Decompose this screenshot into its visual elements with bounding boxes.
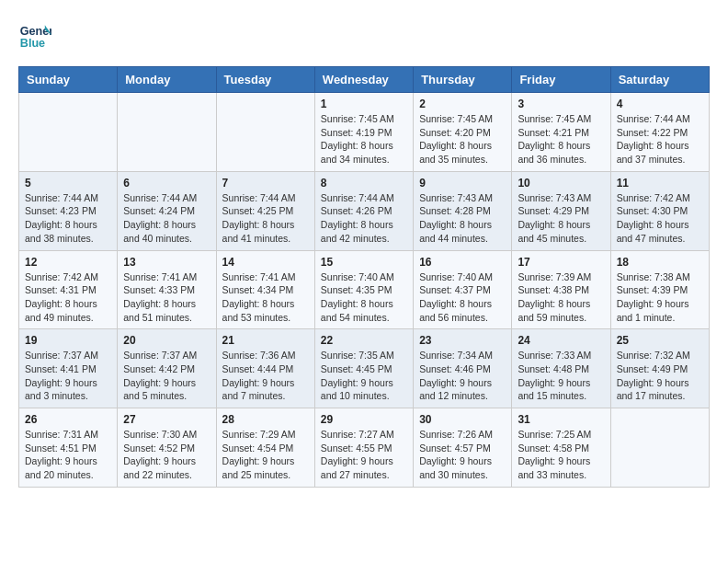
week-row-2: 5Sunrise: 7:44 AM Sunset: 4:23 PM Daylig… bbox=[19, 171, 710, 250]
day-number: 4 bbox=[617, 98, 703, 110]
calendar-cell: 25Sunrise: 7:32 AM Sunset: 4:49 PM Dayli… bbox=[610, 329, 709, 408]
day-number: 20 bbox=[123, 334, 210, 347]
day-info: Sunrise: 7:42 AM Sunset: 4:30 PM Dayligh… bbox=[617, 191, 703, 246]
calendar-cell: 11Sunrise: 7:42 AM Sunset: 4:30 PM Dayli… bbox=[610, 171, 709, 250]
day-info: Sunrise: 7:43 AM Sunset: 4:28 PM Dayligh… bbox=[419, 191, 506, 246]
day-number: 18 bbox=[617, 256, 703, 269]
calendar-cell: 30Sunrise: 7:26 AM Sunset: 4:57 PM Dayli… bbox=[414, 408, 512, 488]
week-row-4: 19Sunrise: 7:37 AM Sunset: 4:41 PM Dayli… bbox=[19, 329, 710, 408]
calendar-cell: 7Sunrise: 7:44 AM Sunset: 4:25 PM Daylig… bbox=[216, 171, 314, 250]
calendar-cell: 2Sunrise: 7:45 AM Sunset: 4:20 PM Daylig… bbox=[414, 93, 512, 172]
page-header: General Blue bbox=[18, 18, 710, 52]
column-header-tuesday: Tuesday bbox=[216, 67, 314, 93]
calendar-cell: 5Sunrise: 7:44 AM Sunset: 4:23 PM Daylig… bbox=[19, 171, 118, 250]
calendar-cell: 19Sunrise: 7:37 AM Sunset: 4:41 PM Dayli… bbox=[19, 329, 118, 408]
day-number: 14 bbox=[222, 256, 309, 269]
calendar-cell: 26Sunrise: 7:31 AM Sunset: 4:51 PM Dayli… bbox=[19, 408, 118, 488]
day-info: Sunrise: 7:44 AM Sunset: 4:26 PM Dayligh… bbox=[321, 191, 407, 246]
day-info: Sunrise: 7:44 AM Sunset: 4:25 PM Dayligh… bbox=[222, 191, 309, 246]
day-number: 9 bbox=[419, 177, 506, 190]
day-info: Sunrise: 7:38 AM Sunset: 4:39 PM Dayligh… bbox=[617, 270, 703, 325]
day-number: 21 bbox=[222, 334, 309, 347]
day-info: Sunrise: 7:25 AM Sunset: 4:58 PM Dayligh… bbox=[518, 428, 604, 482]
calendar-cell: 3Sunrise: 7:45 AM Sunset: 4:21 PM Daylig… bbox=[512, 93, 610, 172]
calendar-cell: 23Sunrise: 7:34 AM Sunset: 4:46 PM Dayli… bbox=[414, 329, 512, 408]
svg-text:Blue: Blue bbox=[20, 37, 45, 50]
column-header-wednesday: Wednesday bbox=[314, 67, 413, 93]
calendar-cell: 14Sunrise: 7:41 AM Sunset: 4:34 PM Dayli… bbox=[216, 250, 314, 329]
day-number: 7 bbox=[222, 177, 309, 190]
day-info: Sunrise: 7:45 AM Sunset: 4:20 PM Dayligh… bbox=[419, 112, 506, 167]
calendar-cell: 24Sunrise: 7:33 AM Sunset: 4:48 PM Dayli… bbox=[512, 329, 610, 408]
day-number: 16 bbox=[419, 256, 506, 269]
day-number: 13 bbox=[123, 256, 210, 269]
calendar-cell: 4Sunrise: 7:44 AM Sunset: 4:22 PM Daylig… bbox=[610, 93, 709, 172]
day-info: Sunrise: 7:40 AM Sunset: 4:35 PM Dayligh… bbox=[321, 270, 407, 325]
calendar-cell: 1Sunrise: 7:45 AM Sunset: 4:19 PM Daylig… bbox=[314, 93, 413, 172]
day-number: 27 bbox=[123, 413, 210, 426]
day-number: 25 bbox=[617, 334, 703, 347]
calendar-cell: 18Sunrise: 7:38 AM Sunset: 4:39 PM Dayli… bbox=[610, 250, 709, 329]
calendar-cell: 9Sunrise: 7:43 AM Sunset: 4:28 PM Daylig… bbox=[414, 171, 512, 250]
calendar-cell bbox=[19, 93, 118, 172]
calendar-cell bbox=[610, 408, 709, 488]
day-info: Sunrise: 7:32 AM Sunset: 4:49 PM Dayligh… bbox=[617, 349, 703, 403]
week-row-3: 12Sunrise: 7:42 AM Sunset: 4:31 PM Dayli… bbox=[19, 250, 710, 329]
day-number: 3 bbox=[518, 98, 604, 110]
day-number: 12 bbox=[25, 256, 111, 269]
day-info: Sunrise: 7:34 AM Sunset: 4:46 PM Dayligh… bbox=[419, 349, 506, 403]
column-header-friday: Friday bbox=[512, 67, 610, 93]
calendar-cell: 22Sunrise: 7:35 AM Sunset: 4:45 PM Dayli… bbox=[314, 329, 413, 408]
day-info: Sunrise: 7:45 AM Sunset: 4:19 PM Dayligh… bbox=[321, 112, 407, 167]
calendar-cell: 21Sunrise: 7:36 AM Sunset: 4:44 PM Dayli… bbox=[216, 329, 314, 408]
calendar-cell: 31Sunrise: 7:25 AM Sunset: 4:58 PM Dayli… bbox=[512, 408, 610, 488]
day-number: 8 bbox=[321, 177, 407, 190]
calendar-cell: 28Sunrise: 7:29 AM Sunset: 4:54 PM Dayli… bbox=[216, 408, 314, 488]
day-info: Sunrise: 7:44 AM Sunset: 4:23 PM Dayligh… bbox=[25, 191, 111, 246]
calendar-cell bbox=[216, 93, 314, 172]
calendar-cell: 20Sunrise: 7:37 AM Sunset: 4:42 PM Dayli… bbox=[118, 329, 216, 408]
column-header-thursday: Thursday bbox=[414, 67, 512, 93]
day-number: 1 bbox=[321, 98, 407, 110]
calendar-cell: 10Sunrise: 7:43 AM Sunset: 4:29 PM Dayli… bbox=[512, 171, 610, 250]
day-info: Sunrise: 7:27 AM Sunset: 4:55 PM Dayligh… bbox=[321, 428, 407, 482]
calendar-cell: 15Sunrise: 7:40 AM Sunset: 4:35 PM Dayli… bbox=[314, 250, 413, 329]
logo: General Blue bbox=[18, 18, 51, 52]
day-number: 31 bbox=[518, 413, 604, 426]
calendar-cell: 17Sunrise: 7:39 AM Sunset: 4:38 PM Dayli… bbox=[512, 250, 610, 329]
day-info: Sunrise: 7:44 AM Sunset: 4:22 PM Dayligh… bbox=[617, 112, 703, 167]
day-info: Sunrise: 7:44 AM Sunset: 4:24 PM Dayligh… bbox=[123, 191, 210, 246]
day-number: 19 bbox=[25, 334, 111, 347]
day-info: Sunrise: 7:43 AM Sunset: 4:29 PM Dayligh… bbox=[518, 191, 604, 246]
day-info: Sunrise: 7:42 AM Sunset: 4:31 PM Dayligh… bbox=[25, 270, 111, 325]
day-info: Sunrise: 7:35 AM Sunset: 4:45 PM Dayligh… bbox=[321, 349, 407, 403]
day-number: 23 bbox=[419, 334, 506, 347]
day-info: Sunrise: 7:41 AM Sunset: 4:33 PM Dayligh… bbox=[123, 270, 210, 325]
day-number: 22 bbox=[321, 334, 407, 347]
calendar-cell: 6Sunrise: 7:44 AM Sunset: 4:24 PM Daylig… bbox=[118, 171, 216, 250]
calendar-table: SundayMondayTuesdayWednesdayThursdayFrid… bbox=[18, 66, 710, 488]
day-info: Sunrise: 7:37 AM Sunset: 4:41 PM Dayligh… bbox=[25, 349, 111, 403]
day-number: 28 bbox=[222, 413, 309, 426]
column-header-saturday: Saturday bbox=[610, 67, 709, 93]
logo-icon: General Blue bbox=[18, 18, 51, 52]
day-number: 10 bbox=[518, 177, 604, 190]
calendar-cell: 13Sunrise: 7:41 AM Sunset: 4:33 PM Dayli… bbox=[118, 250, 216, 329]
day-info: Sunrise: 7:45 AM Sunset: 4:21 PM Dayligh… bbox=[518, 112, 604, 167]
day-info: Sunrise: 7:29 AM Sunset: 4:54 PM Dayligh… bbox=[222, 428, 309, 482]
day-info: Sunrise: 7:33 AM Sunset: 4:48 PM Dayligh… bbox=[518, 349, 604, 403]
day-info: Sunrise: 7:26 AM Sunset: 4:57 PM Dayligh… bbox=[419, 428, 506, 482]
day-info: Sunrise: 7:31 AM Sunset: 4:51 PM Dayligh… bbox=[25, 428, 111, 482]
column-header-monday: Monday bbox=[118, 67, 216, 93]
calendar-header-row: SundayMondayTuesdayWednesdayThursdayFrid… bbox=[19, 67, 710, 93]
day-number: 24 bbox=[518, 334, 604, 347]
day-number: 17 bbox=[518, 256, 604, 269]
calendar-cell bbox=[118, 93, 216, 172]
day-info: Sunrise: 7:41 AM Sunset: 4:34 PM Dayligh… bbox=[222, 270, 309, 325]
day-number: 6 bbox=[123, 177, 210, 190]
day-number: 15 bbox=[321, 256, 407, 269]
calendar-cell: 12Sunrise: 7:42 AM Sunset: 4:31 PM Dayli… bbox=[19, 250, 118, 329]
column-header-sunday: Sunday bbox=[19, 67, 118, 93]
calendar-cell: 27Sunrise: 7:30 AM Sunset: 4:52 PM Dayli… bbox=[118, 408, 216, 488]
day-info: Sunrise: 7:37 AM Sunset: 4:42 PM Dayligh… bbox=[123, 349, 210, 403]
